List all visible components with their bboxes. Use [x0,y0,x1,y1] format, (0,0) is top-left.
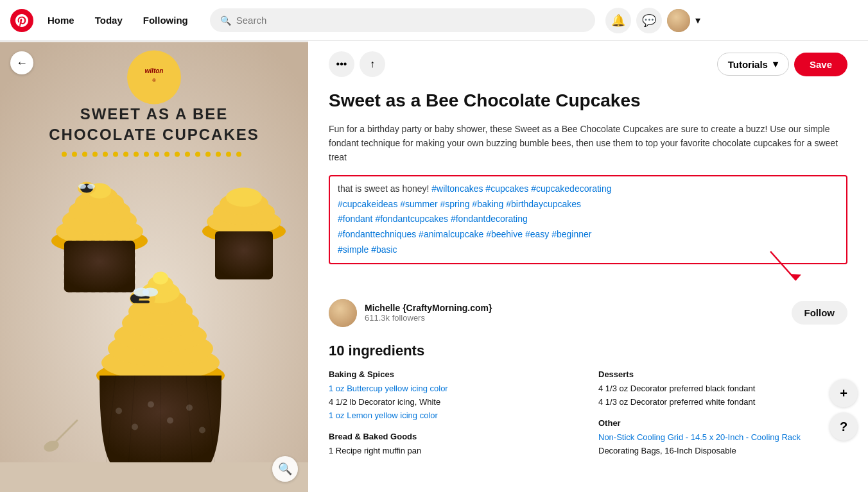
hashtag-basic[interactable]: #basic [371,244,397,255]
nav-today[interactable]: Today [86,10,132,31]
ingredients-left: Baking & Spices 1 oz Buttercup yellow ic… [329,369,578,468]
arrow-annotation [329,277,847,296]
nav-following[interactable]: Following [134,10,197,31]
svg-point-20 [205,152,211,157]
help-button[interactable]: ? [829,412,858,441]
header: Home Today Following 🔍 🔔 💬 ▾ [0,0,868,41]
hashtag-cupcakeideas[interactable]: #cupcakeideas [338,199,397,209]
hashtag-beehive[interactable]: #beehive [486,229,523,239]
board-selector[interactable]: Tutorials ▾ [717,53,789,76]
hashtag-fondantdecorating[interactable]: #fondantdecorating [451,214,528,224]
author-avatar-image [329,299,357,327]
hashtag-fondant[interactable]: #fondant [338,214,373,224]
pin-description-text: Fun for a birthday party or baby shower,… [329,122,847,165]
svg-point-34 [87,184,95,189]
hashtag-cupcakedecorating[interactable]: #cupcakedecorating [531,183,611,194]
account-chevron[interactable]: ▾ [695,14,700,26]
ingredient-decorating-bags: Decorating Bags, 16-Inch Disposable [598,445,847,457]
svg-text:wilton: wilton [145,67,164,74]
add-button[interactable]: + [829,379,858,407]
category-baking-spices-title: Baking & Spices [329,369,578,379]
share-button[interactable]: ↑ [360,51,385,77]
svg-point-12 [123,152,128,157]
visual-search-button[interactable]: 🔍 [272,456,298,482]
ingredient-buttercup-yellow[interactable]: 1 oz Buttercup yellow icing color [329,383,578,394]
svg-point-61 [148,402,154,408]
svg-point-52 [153,272,168,285]
author-info: Michelle {CraftyMorning.com} 611.3k foll… [365,303,784,323]
svg-point-8 [82,152,87,157]
hashtag-beginner[interactable]: #beginner [551,229,591,239]
hashtag-summer[interactable]: #summer [400,199,437,209]
svg-rect-35 [64,241,135,293]
nav-home[interactable]: Home [39,10,83,31]
avatar[interactable] [667,9,690,32]
main-content: ← [0,41,868,492]
floating-buttons: + ? [829,379,858,441]
svg-point-19 [195,152,200,157]
svg-point-60 [132,424,138,430]
search-input[interactable] [236,15,585,26]
pin-title: Sweet as a Bee Chocolate Cupcakes [329,90,847,112]
svg-point-6 [62,152,67,157]
hashtag-wiltoncakes[interactable]: #wiltoncakes [431,183,483,194]
ingredients-right: Desserts 4 1/3 oz Decorator preferred bl… [598,369,847,468]
right-panel: ••• ↑ Tutorials ▾ Save Sweet as a Bee Ch… [308,41,868,492]
hashtag-birthdaycupcakes[interactable]: #birthdaycupcakes [506,199,581,209]
svg-rect-70 [0,462,308,493]
hashtag-spring[interactable]: #spring [440,199,470,209]
svg-text:SWEET AS A BEE: SWEET AS A BEE [80,105,229,123]
ingredient-cooling-rack[interactable]: Non-Stick Cooling Grid - 14.5 x 20-Inch … [598,432,847,443]
back-button[interactable]: ← [10,51,33,74]
more-options-button[interactable]: ••• [329,51,354,77]
messages-button[interactable]: 💬 [636,8,662,33]
author-avatar[interactable] [329,299,357,327]
follow-arrow [732,245,809,284]
hashtag-simple[interactable]: #simple [338,244,369,255]
svg-point-15 [154,152,159,157]
ingredient-decorator-icing-white: 4 1/2 lb Decorator icing, White [329,396,578,408]
left-panel: ← [0,41,308,492]
svg-point-13 [134,152,139,157]
notifications-button[interactable]: 🔔 [605,8,631,33]
hashtag-fondantcupcakes[interactable]: #fondantcupcakes [375,214,448,224]
ingredients-title: 10 ingredients [329,343,847,359]
ingredients-grid: Baking & Spices 1 oz Buttercup yellow ic… [329,369,847,468]
main-nav: Home Today Following [39,10,197,31]
hashtag-cupcakes[interactable]: #cupcakes [485,183,528,194]
svg-point-9 [92,152,98,157]
category-baking-spices: Baking & Spices 1 oz Buttercup yellow ic… [329,369,578,422]
ingredient-lemon-yellow[interactable]: 1 oz Lemon yellow icing color [329,410,578,421]
svg-point-62 [167,418,173,424]
svg-point-22 [226,152,231,157]
svg-text:®: ® [152,78,156,83]
svg-point-7 [72,152,77,157]
hashtag-easy[interactable]: #easy [525,229,549,239]
svg-marker-74 [790,274,801,280]
svg-point-17 [175,152,180,157]
author-name[interactable]: Michelle {CraftyMorning.com} [365,303,784,313]
category-desserts-title: Desserts [598,369,847,379]
svg-point-59 [116,408,122,414]
svg-point-21 [216,152,221,157]
hashtag-animalcupcake[interactable]: #animalcupcake [419,229,483,239]
category-other: Other Non-Stick Cooling Grid - 14.5 x 20… [598,418,847,457]
pinterest-logo[interactable] [10,9,33,32]
author-followers: 611.3k followers [365,313,784,323]
category-bread-baked: Bread & Baked Goods 1 Recipe right muffi… [329,432,578,457]
hashtag-baking[interactable]: #baking [472,199,503,209]
save-button[interactable]: Save [794,53,847,76]
ingredient-muffin-pan: 1 Recipe right muffin pan [329,445,578,457]
search-bar[interactable]: 🔍 [210,8,595,32]
author-section: Michelle {CraftyMorning.com} 611.3k foll… [329,299,847,327]
follow-button[interactable]: Follow [792,301,848,325]
svg-point-33 [78,184,86,189]
category-other-title: Other [598,418,847,428]
svg-text:CHOCOLATE CUPCAKES: CHOCOLATE CUPCAKES [49,126,259,143]
header-right: 🔔 💬 ▾ [605,8,700,33]
svg-point-64 [199,427,205,434]
svg-point-16 [164,152,169,157]
hashtag-fondanttechniques[interactable]: #fondanttechniques [338,229,416,239]
pin-image-wrapper: wilton ® SWEET AS A BEE CHOCOLATE CUPCAK… [0,41,308,492]
category-bread-baked-title: Bread & Baked Goods [329,432,578,441]
